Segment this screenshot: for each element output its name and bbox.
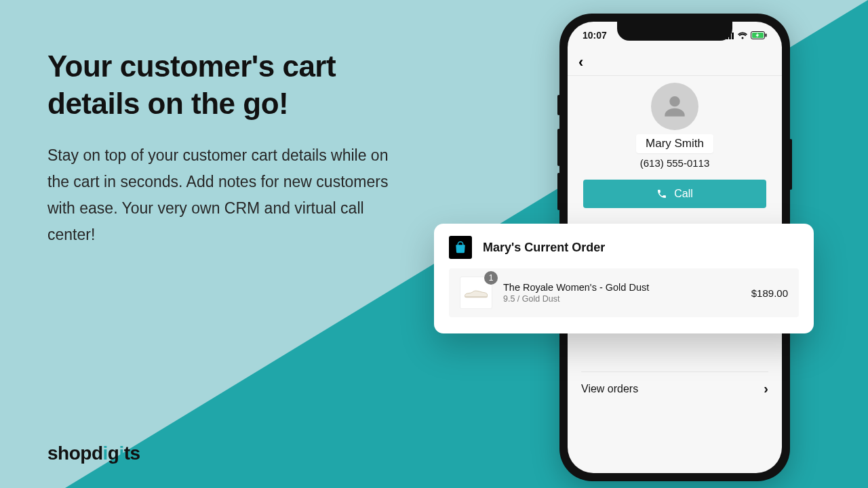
logo-part: ts: [124, 443, 140, 464]
order-item-row[interactable]: 1 The Royale Women's - Gold Dust 9.5 / G…: [449, 268, 799, 317]
item-info: The Royale Women's - Gold Dust 9.5 / Gol…: [503, 282, 741, 304]
wifi-icon: [737, 31, 748, 39]
body-copy: Stay on top of your customer cart detail…: [47, 142, 414, 248]
logo-accent: i: [103, 443, 108, 464]
phone-notch: [617, 22, 732, 41]
headline: Your customer's cart details on the go!: [47, 47, 427, 122]
marketing-slide: Your customer's cart details on the go! …: [0, 0, 868, 488]
card-header: Mary's Current Order: [449, 236, 799, 259]
phone-side-button: [557, 129, 560, 166]
logo-part: shopd: [47, 443, 103, 464]
phone-side-button: [789, 139, 792, 190]
bag-icon: [449, 236, 472, 259]
logo-accent: i: [119, 443, 123, 464]
call-button[interactable]: Call: [583, 180, 766, 208]
status-time: 10:07: [583, 30, 607, 41]
phone-icon: [656, 188, 667, 199]
card-title: Mary's Current Order: [483, 241, 605, 255]
svg-point-7: [669, 96, 679, 106]
person-icon: [660, 92, 690, 121]
battery-icon: [751, 31, 767, 39]
current-order-card: Mary's Current Order 1 The Royale Women'…: [434, 224, 814, 333]
view-orders-row[interactable]: View orders ›: [581, 371, 768, 405]
item-variant: 9.5 / Gold Dust: [503, 294, 741, 304]
chevron-right-icon: ›: [764, 381, 768, 396]
logo-part: g: [108, 443, 119, 464]
avatar: [651, 83, 698, 130]
customer-profile: Mary Smith (613) 555-0113 Call: [568, 83, 782, 208]
nav-bar: ‹: [568, 49, 782, 76]
svg-rect-6: [766, 34, 767, 37]
item-price: $189.00: [751, 287, 788, 299]
item-thumb-wrap: 1: [460, 277, 492, 309]
qty-badge: 1: [484, 271, 498, 285]
phone-side-button: [557, 95, 560, 115]
phone-side-button: [557, 173, 560, 210]
svg-rect-3: [732, 33, 734, 39]
back-button[interactable]: ‹: [578, 54, 583, 71]
item-name: The Royale Women's - Gold Dust: [503, 282, 741, 293]
customer-name: Mary Smith: [636, 134, 713, 153]
call-label: Call: [674, 188, 693, 200]
customer-phone: (613) 555-0113: [640, 157, 710, 169]
brand-logo: shopdigits: [47, 443, 140, 464]
sneaker-icon: [464, 286, 488, 300]
view-orders-label: View orders: [581, 383, 638, 395]
